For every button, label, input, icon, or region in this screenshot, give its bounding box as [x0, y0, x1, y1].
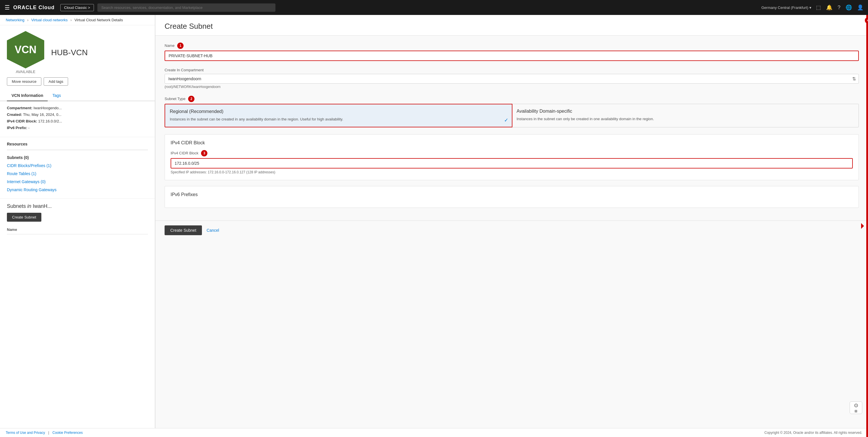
topnav-right: Germany Central (Frankfurt) ▾ ⬚ 🔔 ? 🌐 👤 [762, 4, 863, 11]
breadcrumb-networking[interactable]: Networking [6, 18, 24, 22]
badge-3: 3 [201, 150, 207, 156]
vcn-ipv6-label: IPv6 Prefix: [7, 126, 27, 130]
breadcrumb-vcn-list[interactable]: Virtual cloud networks [31, 18, 68, 22]
copyright-text: Copyright © 2024, Oracle and/or its affi… [764, 431, 862, 435]
ipv4-label: IPv4 CIDR Block 3 [170, 150, 853, 156]
vcn-ipv6-row: IPv6 Prefix: - [7, 126, 148, 130]
ad-title: Availability Domain-specific [517, 109, 854, 114]
vcn-status: AVAILABLE [7, 69, 44, 74]
subnets-section: Subnets in IwanH... Create Subnet Name [0, 198, 155, 239]
move-resource-button[interactable]: Move resource [7, 77, 41, 86]
vcn-ipv4-label: IPv4 CIDR Block: [7, 119, 37, 123]
ipv4-hint: Specified IP addresses: 172.16.0.0-172.1… [170, 170, 853, 174]
add-tags-button[interactable]: Add tags [44, 77, 68, 86]
cookie-preferences-link[interactable]: Cookie Preferences [53, 431, 83, 435]
resources-section: Resources Subnets (0) CIDR Blocks/Prefix… [0, 137, 155, 198]
breadcrumb-current: Virtual Cloud Network Details [74, 18, 123, 22]
topnav-icons: ⬚ 🔔 ? 🌐 👤 [816, 4, 863, 11]
drawer-title: Create Subnet [164, 22, 859, 31]
top-navigation: ☰ ORACLE Cloud Cloud Classic > Germany C… [0, 0, 868, 15]
cloud-classic-button[interactable]: Cloud Classic > [60, 4, 94, 11]
create-subnet-submit-button[interactable]: Create Subnet [164, 225, 202, 235]
action-buttons: Move resource Add tags [0, 77, 155, 90]
vcn-ipv4-value: 172.16.0.0/2... [38, 119, 62, 123]
resource-link-cidr[interactable]: CIDR Blocks/Prefixes (1) [7, 162, 148, 170]
bottom-links: Terms of Use and Privacy | Cookie Prefer… [6, 431, 83, 435]
scroll-indicator-red: 4 [866, 15, 868, 437]
regional-desc: Instances in the subnet can be created i… [170, 116, 507, 122]
drawer-header: Create Subnet [155, 15, 868, 36]
badge-2: 2 [188, 96, 194, 102]
subnet-type-ad-specific[interactable]: Availability Domain-specific Instances i… [512, 104, 859, 127]
resources-divider [7, 150, 148, 150]
bell-icon[interactable]: 🔔 [826, 4, 832, 11]
create-subnet-drawer: Create Subnet Name 1 Create In Compartme… [155, 15, 868, 437]
breadcrumb-sep-1: › [27, 18, 28, 22]
drawer-footer: Create Subnet Cancel [155, 221, 868, 240]
monitor-icon[interactable]: ⬚ [816, 4, 821, 11]
search-input[interactable] [97, 3, 275, 12]
vcn-title-area: HUB-VCN [51, 48, 88, 57]
bottom-bar: Terms of Use and Privacy | Cookie Prefer… [0, 428, 868, 437]
vcn-ipv6-value: - [28, 126, 29, 130]
oracle-logo: ORACLE Cloud [13, 5, 55, 11]
name-section: Name 1 [164, 42, 859, 61]
region-selector[interactable]: Germany Central (Frankfurt) ▾ [762, 5, 811, 10]
resource-link-subnets[interactable]: Subnets (0) [7, 153, 148, 162]
vcn-hexagon: VCN [7, 31, 44, 68]
resources-title: Resources [7, 142, 148, 146]
ipv4-section: IPv4 CIDR Block IPv4 CIDR Block 3 Specif… [164, 134, 859, 180]
compartment-select-wrapper: IwanHoogendoorn ⇅ [164, 74, 859, 84]
vcn-info: Compartment: IwanHoogendo... Created: Th… [0, 101, 155, 137]
help-icon[interactable]: ? [838, 5, 840, 11]
ipv6-section: IPv6 Prefixes [164, 186, 859, 208]
vcn-created-value: Thu, May 16, 2024, 0... [23, 112, 61, 117]
compartment-label: Create In Compartment [164, 68, 859, 72]
table-header: Name [7, 225, 148, 234]
help-button[interactable]: ⊙ ⊞ [849, 401, 862, 414]
compartment-section: Create In Compartment IwanHoogendoorn ⇅ … [164, 68, 859, 89]
menu-icon[interactable]: ☰ [5, 4, 10, 11]
ipv4-section-title: IPv4 CIDR Block [170, 140, 853, 145]
ipv6-section-title: IPv6 Prefixes [170, 192, 853, 197]
vcn-compartment-label: Compartment: [7, 106, 32, 110]
resource-link-route-tables[interactable]: Route Tables (1) [7, 170, 148, 178]
tab-tags[interactable]: Tags [48, 90, 65, 101]
compartment-hint: (root)/NETWORK/IwanHoogendoorn [164, 85, 859, 89]
grid-icon: ⊞ [855, 409, 857, 413]
user-icon[interactable]: 👤 [857, 4, 863, 11]
resource-link-drg[interactable]: Dynamic Routing Gateways [7, 186, 148, 194]
cancel-button[interactable]: Cancel [207, 228, 219, 233]
vcn-ipv4-row: IPv4 CIDR Block: 172.16.0.0/2... [7, 119, 148, 123]
subnet-type-options: Regional (Recommended) Instances in the … [164, 104, 859, 127]
subnet-type-section: Subnet Type 2 Regional (Recommended) Ins… [164, 96, 859, 127]
resource-link-internet-gateways[interactable]: Internet Gateways (0) [7, 178, 148, 186]
name-input[interactable] [164, 51, 859, 61]
vcn-created-row: Created: Thu, May 16, 2024, 0... [7, 112, 148, 117]
badge-1: 1 [177, 42, 184, 49]
main-layout: Networking › Virtual cloud networks › Vi… [0, 15, 868, 437]
vcn-tabs: VCN Information Tags [0, 90, 155, 101]
subnets-title: Subnets in IwanH... [7, 203, 148, 209]
create-subnet-button-left[interactable]: Create Subnet [7, 213, 41, 222]
subnets-in: in [27, 203, 33, 209]
chevron-down-icon: ▾ [809, 5, 811, 10]
tab-vcn-information[interactable]: VCN Information [7, 90, 48, 101]
vcn-created-label: Created: [7, 112, 22, 117]
checkmark-icon: ✓ [504, 117, 508, 123]
terms-link[interactable]: Terms of Use and Privacy [6, 431, 45, 435]
help-circle-icon: ⊙ [854, 402, 858, 409]
subnet-type-regional[interactable]: Regional (Recommended) Instances in the … [164, 104, 513, 127]
ipv4-input[interactable] [170, 158, 853, 169]
globe-icon[interactable]: 🌐 [846, 4, 852, 11]
vcn-header: VCN AVAILABLE HUB-VCN [0, 25, 155, 77]
breadcrumb: Networking › Virtual cloud networks › Vi… [0, 15, 155, 25]
table-col-name: Name [7, 227, 17, 232]
compartment-select[interactable]: IwanHoogendoorn [164, 74, 859, 84]
ad-desc: Instances in the subnet can only be crea… [517, 116, 854, 122]
regional-title: Regional (Recommended) [170, 109, 507, 114]
drawer-body: Name 1 Create In Compartment IwanHoogend… [155, 36, 868, 221]
name-label: Name 1 [164, 42, 859, 49]
left-panel: Networking › Virtual cloud networks › Vi… [0, 15, 155, 437]
vcn-compartment-row: Compartment: IwanHoogendo... [7, 106, 148, 110]
